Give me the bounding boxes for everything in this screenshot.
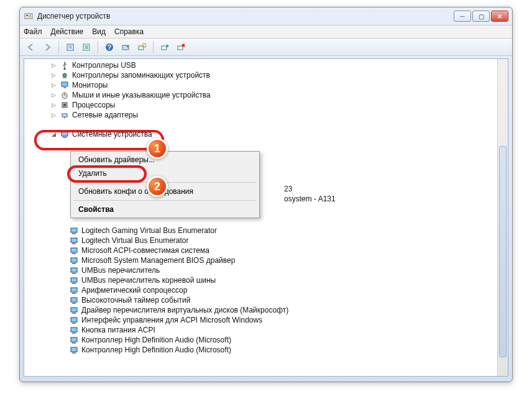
tree-item-label: Высокоточный таймер событий xyxy=(81,296,190,305)
context-menu: Обновить драйверы... Удалить Обновить ко… xyxy=(70,151,260,218)
tree-label: Процессоры xyxy=(72,101,116,109)
tree-category[interactable]: ▷ Контроллеры USB xyxy=(24,60,497,70)
svg-rect-35 xyxy=(71,228,77,232)
expand-icon[interactable]: ▷ xyxy=(50,112,57,119)
tree-item-partial: 23 xyxy=(284,185,292,193)
svg-rect-55 xyxy=(71,328,77,332)
ctx-scan-hardware[interactable]: Обновить конфи о оборудования xyxy=(72,185,258,198)
svg-rect-59 xyxy=(71,347,77,352)
collapse-icon[interactable]: ◢ xyxy=(50,131,57,138)
svg-rect-42 xyxy=(72,263,76,264)
menubar: Файл Действие Вид Справка xyxy=(20,25,512,39)
tree-item-label: Logitech Virtual Bus Enumerator xyxy=(81,236,189,245)
tree-item-label: Кнопка питания ACPI xyxy=(81,326,155,334)
svg-rect-47 xyxy=(71,288,77,292)
tree-item[interactable]: Высокоточный таймер событий xyxy=(24,295,497,305)
svg-rect-54 xyxy=(72,323,76,324)
svg-rect-30 xyxy=(63,104,66,106)
tree-category[interactable]: ▷ Процессоры xyxy=(24,100,497,110)
svg-rect-24 xyxy=(63,77,66,78)
computer-icon xyxy=(69,335,79,345)
tree-item[interactable]: Контроллер High Definition Audio (Micros… xyxy=(24,345,497,355)
svg-rect-53 xyxy=(71,318,77,322)
tree-label: Контроллеры запоминающих устройств xyxy=(72,71,210,80)
svg-rect-60 xyxy=(72,352,76,354)
computer-icon xyxy=(69,255,79,265)
tree-label: Мыши и иные указывающие устройства xyxy=(72,91,211,99)
minimize-button[interactable]: ─ xyxy=(454,11,471,22)
menu-help[interactable]: Справка xyxy=(114,27,144,36)
svg-rect-34 xyxy=(63,137,66,138)
svg-marker-18 xyxy=(167,44,169,48)
hidden-devices-icon[interactable] xyxy=(118,40,133,54)
tree-item[interactable]: Арифметический сопроцессор xyxy=(24,285,497,295)
tree-item-label: Microsoft ACPI-совместимая система xyxy=(81,246,209,255)
tree-item[interactable]: Драйвер перечислителя виртуальных дисков… xyxy=(24,305,497,315)
tree-item[interactable]: Кнопка питания ACPI xyxy=(24,325,497,335)
computer-icon xyxy=(69,236,79,245)
tree-category-system-devices[interactable]: ◢ Системные устройства xyxy=(24,129,152,139)
computer-icon xyxy=(69,285,79,295)
tree-item[interactable]: Logitech Virtual Bus Enumerator xyxy=(24,236,497,245)
tree-item[interactable]: UMBus перечислитель xyxy=(24,265,497,275)
menu-file[interactable]: Файл xyxy=(24,27,42,36)
tree-item[interactable]: Контроллер High Definition Audio (Micros… xyxy=(24,335,497,345)
expand-icon[interactable]: ▷ xyxy=(50,62,57,69)
vertical-scrollbar[interactable] xyxy=(497,59,508,376)
window-controls: ─ ▢ ✕ xyxy=(454,11,508,22)
tree-item-label: UMBus перечислитель xyxy=(81,266,160,275)
uninstall-icon[interactable] xyxy=(173,40,188,54)
svg-rect-49 xyxy=(71,298,77,302)
help-icon[interactable]: ? xyxy=(102,40,117,54)
toolbar-separator xyxy=(58,41,59,53)
svg-rect-19 xyxy=(178,46,183,50)
app-icon xyxy=(24,11,34,21)
tree-label: Сетевые адаптеры xyxy=(72,111,138,119)
tree-item[interactable]: Интерфейс управления для ACPI Microsoft … xyxy=(24,315,497,325)
svg-rect-36 xyxy=(72,233,76,234)
expand-icon[interactable]: ▷ xyxy=(50,82,57,89)
svg-rect-57 xyxy=(71,337,77,342)
expand-icon[interactable]: ▷ xyxy=(50,72,57,79)
maximize-button[interactable]: ▢ xyxy=(472,11,490,22)
menu-action[interactable]: Действие xyxy=(51,27,84,36)
scan-hardware-icon[interactable] xyxy=(134,40,149,54)
storage-icon xyxy=(60,70,70,80)
close-button[interactable]: ✕ xyxy=(491,11,508,22)
expand-icon[interactable]: ▷ xyxy=(50,92,57,99)
tree-item[interactable]: Logitech Gaming Virtual Bus Enumerator xyxy=(24,226,497,236)
ctx-separator xyxy=(73,200,257,201)
tree-item[interactable]: UMBus перечислитель корневой шины xyxy=(24,275,497,285)
tree-category[interactable]: ▷ Контроллеры запоминающих устройств xyxy=(24,70,497,80)
svg-rect-46 xyxy=(72,283,76,284)
svg-rect-2 xyxy=(29,15,31,17)
back-button[interactable] xyxy=(24,40,39,54)
update-driver-icon[interactable] xyxy=(157,40,172,54)
scrollbar-thumb[interactable] xyxy=(499,146,507,357)
ctx-update-drivers[interactable]: Обновить драйверы... xyxy=(72,153,258,167)
tree-category[interactable]: ▷ Сетевые адаптеры xyxy=(24,110,497,120)
computer-icon xyxy=(69,226,79,236)
computer-icon xyxy=(69,315,79,325)
svg-rect-43 xyxy=(71,268,77,272)
tree-item[interactable]: Microsoft ACPI-совместимая система xyxy=(24,245,497,255)
expand-icon[interactable]: ▷ xyxy=(50,102,57,109)
menu-view[interactable]: Вид xyxy=(92,27,106,36)
tree-item[interactable]: Microsoft System Management BIOS драйвер xyxy=(24,255,497,265)
computer-icon xyxy=(69,265,79,275)
ctx-delete[interactable]: Удалить xyxy=(72,167,258,180)
svg-rect-48 xyxy=(72,293,76,294)
tree-label: Системные устройства xyxy=(72,130,152,139)
titlebar[interactable]: Диспетчер устройств ─ ▢ ✕ xyxy=(20,7,512,25)
ctx-properties[interactable]: Свойства xyxy=(72,203,258,216)
computer-icon xyxy=(60,129,70,139)
svg-rect-52 xyxy=(72,313,76,314)
tree-category[interactable]: ▷ Мыши и иные указывающие устройства xyxy=(24,90,497,100)
forward-button[interactable] xyxy=(40,40,55,54)
tree-category[interactable]: ▷ Мониторы xyxy=(24,80,497,90)
tree-item-label: Драйвер перечислителя виртуальных дисков… xyxy=(81,306,288,314)
properties-icon[interactable] xyxy=(63,40,78,54)
list-icon[interactable] xyxy=(79,40,94,54)
toolbar-separator xyxy=(98,41,98,53)
tree-item-partial: osystem - A131 xyxy=(284,195,336,203)
